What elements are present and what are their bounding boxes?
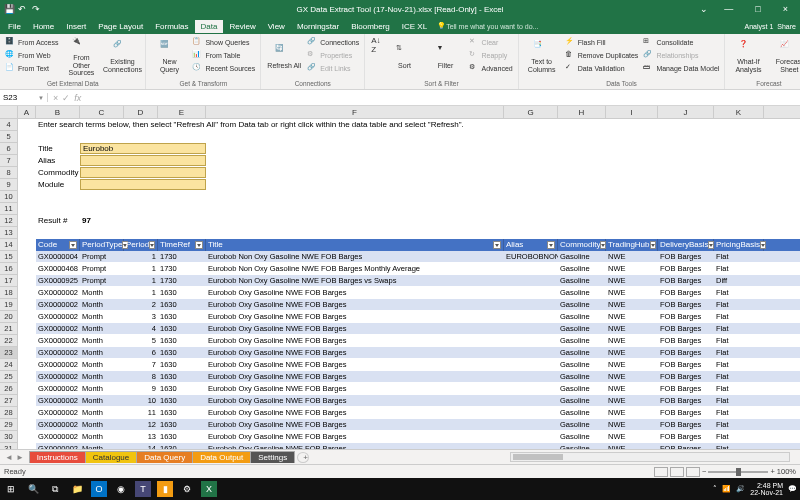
redo-icon[interactable]: ↷	[32, 4, 42, 14]
table-cell[interactable]	[504, 419, 558, 430]
row-header[interactable]: 4	[0, 119, 17, 131]
menu-bloomberg[interactable]: Bloomberg	[345, 20, 396, 33]
volume-icon[interactable]: 🔊	[736, 485, 745, 493]
from-text-button[interactable]: 📄From Text	[4, 62, 59, 75]
flash-fill-button[interactable]: ⚡Flash Fill	[564, 36, 640, 49]
sheet-tab-catalogue[interactable]: Catalogue	[85, 451, 137, 463]
menu-file[interactable]: File	[2, 20, 27, 33]
table-cell[interactable]: Month	[80, 299, 124, 310]
table-cell[interactable]: Diff	[714, 275, 764, 286]
from-table-button[interactable]: 📊From Table	[191, 49, 256, 62]
view-layout-button[interactable]	[670, 467, 684, 477]
row-header[interactable]: 8	[0, 167, 17, 179]
close-button[interactable]: ×	[777, 4, 794, 14]
table-cell[interactable]: 1630	[158, 311, 206, 322]
row-header[interactable]: 29	[0, 419, 17, 431]
menu-insert[interactable]: Insert	[60, 20, 92, 33]
table-cell[interactable]: GX0000002	[36, 311, 80, 322]
col-header-K[interactable]: K	[714, 106, 764, 118]
menu-morningstar[interactable]: Morningstar	[291, 20, 345, 33]
remove-duplicates-button[interactable]: 🗑Remove Duplicates	[564, 49, 640, 62]
table-cell[interactable]: Eurobob Oxy Gasoline NWE FOB Barges	[206, 431, 504, 442]
table-cell[interactable]: 1630	[158, 431, 206, 442]
table-cell[interactable]: Flat	[714, 371, 764, 382]
table-cell[interactable]: 1	[124, 275, 158, 286]
from-web-button[interactable]: 🌐From Web	[4, 49, 59, 62]
table-header-code[interactable]: Code	[36, 239, 80, 251]
reapply-button[interactable]: ↻Reapply	[468, 49, 514, 62]
table-cell[interactable]: Flat	[714, 323, 764, 334]
row-header[interactable]: 19	[0, 299, 17, 311]
search-icon[interactable]: 🔍	[25, 481, 41, 497]
row-header[interactable]: 22	[0, 335, 17, 347]
row-header[interactable]: 27	[0, 395, 17, 407]
start-button[interactable]: ⊞	[3, 481, 19, 497]
row-header[interactable]: 12	[0, 215, 17, 227]
filter-button[interactable]: ▼Filter	[427, 36, 465, 78]
table-cell[interactable]: 1	[124, 263, 158, 274]
table-cell[interactable]: Flat	[714, 287, 764, 298]
table-cell[interactable]: Eurobob Oxy Gasoline NWE FOB Barges	[206, 287, 504, 298]
table-cell[interactable]: 3	[124, 311, 158, 322]
table-cell[interactable]: 1730	[158, 263, 206, 274]
table-cell[interactable]: 9	[124, 383, 158, 394]
table-cell[interactable]: Prompt	[80, 263, 124, 274]
table-cell[interactable]: Month	[80, 407, 124, 418]
data-model-button[interactable]: 🗃Manage Data Model	[642, 62, 720, 75]
table-cell[interactable]: 1630	[158, 347, 206, 358]
table-cell[interactable]: Flat	[714, 335, 764, 346]
table-cell[interactable]: Eurobob Oxy Gasoline NWE FOB Barges	[206, 347, 504, 358]
table-cell[interactable]: FOB Barges	[658, 251, 714, 262]
table-cell[interactable]: Flat	[714, 263, 764, 274]
advanced-button[interactable]: ⚙Advanced	[468, 62, 514, 75]
settings-icon[interactable]: ⚙	[179, 481, 195, 497]
new-query-button[interactable]: 🆕New Query	[150, 36, 188, 78]
row-header[interactable]: 9	[0, 179, 17, 191]
search-input-module[interactable]	[80, 179, 206, 190]
table-cell[interactable]: 12	[124, 419, 158, 430]
taskbar-clock[interactable]: 2:48 PM 22-Nov-21	[750, 482, 783, 496]
table-cell[interactable]: Flat	[714, 347, 764, 358]
table-cell[interactable]: FOB Barges	[658, 407, 714, 418]
accept-formula-icon[interactable]: ✓	[62, 93, 70, 103]
row-header[interactable]: 7	[0, 155, 17, 167]
table-cell[interactable]: FOB Barges	[658, 287, 714, 298]
table-cell[interactable]: GX0000002	[36, 299, 80, 310]
notifications-icon[interactable]: 💬	[788, 485, 797, 493]
table-cell[interactable]: Gasoline	[558, 431, 606, 442]
table-cell[interactable]: Gasoline	[558, 299, 606, 310]
table-cell[interactable]: GX0000002	[36, 431, 80, 442]
table-cell[interactable]: Eurobob Oxy Gasoline NWE FOB Barges	[206, 395, 504, 406]
table-row[interactable]: GX0000004Prompt11730Eurobob Non Oxy Gaso…	[36, 251, 800, 262]
recent-sources-button[interactable]: 🕓Recent Sources	[191, 62, 256, 75]
search-input-commodity[interactable]	[80, 167, 206, 178]
table-cell[interactable]: NWE	[606, 383, 658, 394]
table-cell[interactable]: GX0000002	[36, 371, 80, 382]
table-cell[interactable]: NWE	[606, 419, 658, 430]
table-cell[interactable]: Gasoline	[558, 263, 606, 274]
table-cell[interactable]	[504, 359, 558, 370]
row-header[interactable]: 13	[0, 227, 17, 239]
table-cell[interactable]: NWE	[606, 287, 658, 298]
filter-icon[interactable]	[69, 241, 77, 249]
share-button[interactable]: Share	[777, 23, 796, 30]
table-row[interactable]: GX0000002Month81630Eurobob Oxy Gasoline …	[36, 371, 800, 382]
search-input-alias[interactable]	[80, 155, 206, 166]
table-cell[interactable]: Eurobob Oxy Gasoline NWE FOB Barges	[206, 323, 504, 334]
menu-formulas[interactable]: Formulas	[149, 20, 194, 33]
table-cell[interactable]: Gasoline	[558, 419, 606, 430]
table-cell[interactable]: Prompt	[80, 251, 124, 262]
table-cell[interactable]: 1630	[158, 419, 206, 430]
table-cell[interactable]: Flat	[714, 431, 764, 442]
horizontal-scrollbar[interactable]	[510, 452, 790, 462]
table-cell[interactable]: FOB Barges	[658, 419, 714, 430]
table-header-period[interactable]: Period	[124, 239, 158, 251]
row-header[interactable]: 21	[0, 323, 17, 335]
add-sheet-button[interactable]: +	[297, 452, 309, 463]
col-header-C[interactable]: C	[80, 106, 124, 118]
table-cell[interactable]	[504, 383, 558, 394]
zoom-slider[interactable]	[708, 471, 768, 473]
table-cell[interactable]	[504, 371, 558, 382]
zoom-out-button[interactable]: −	[702, 467, 706, 476]
table-cell[interactable]: Gasoline	[558, 383, 606, 394]
